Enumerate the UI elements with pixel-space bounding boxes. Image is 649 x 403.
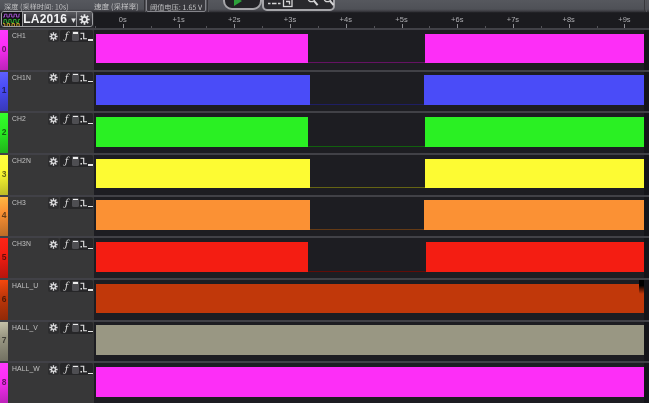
channel-measure-group[interactable]: [60, 238, 93, 250]
waveform-lane[interactable]: [94, 153, 649, 195]
channel-row-ch3n: 5CH3N: [0, 236, 649, 278]
channel-settings-button[interactable]: [48, 155, 59, 167]
waveform-lane[interactable]: [94, 361, 649, 403]
frequency-icon[interactable]: [63, 30, 70, 42]
gear-icon: [49, 73, 58, 82]
edge-count-icon[interactable]: [80, 156, 87, 166]
channel-settings-button[interactable]: [48, 363, 59, 375]
channel-measure-group[interactable]: [60, 363, 93, 375]
channel-label-panel[interactable]: CH3: [8, 195, 94, 237]
channel-label-panel[interactable]: CH1: [8, 28, 94, 70]
channel-settings-button[interactable]: [48, 280, 59, 292]
channel-settings-button[interactable]: [48, 72, 59, 84]
gear-icon: [49, 365, 58, 374]
channel-index-stripe[interactable]: 2: [0, 111, 8, 153]
device-model-dropdown[interactable]: LA2016 ▾: [22, 12, 76, 26]
waveform-high-segment: [96, 284, 644, 313]
waveform-lane[interactable]: [94, 195, 649, 237]
edge-count-icon-part: [80, 371, 81, 372]
low-level-icon[interactable]: [88, 206, 93, 207]
channel-index-stripe[interactable]: 4: [0, 195, 8, 237]
channel-index: 1: [2, 85, 7, 95]
frequency-icon[interactable]: [63, 280, 70, 292]
waveform-lane[interactable]: [94, 320, 649, 362]
duty-cycle-icon[interactable]: [72, 156, 79, 166]
device-settings-button[interactable]: [76, 12, 92, 26]
channel-measure-group[interactable]: [60, 113, 93, 125]
channel-label-panel[interactable]: CH3N: [8, 236, 94, 278]
channel-label-panel[interactable]: HALL_V: [8, 320, 94, 362]
frequency-icon[interactable]: [63, 72, 70, 84]
channel-measure-group[interactable]: [60, 30, 93, 42]
edge-count-icon[interactable]: [80, 239, 87, 249]
start-capture-button[interactable]: [223, 0, 262, 10]
duty-cycle-icon[interactable]: [72, 73, 79, 83]
channel-settings-button[interactable]: [48, 238, 59, 250]
channel-label-panel[interactable]: HALL_W: [8, 361, 94, 403]
edge-count-icon[interactable]: [80, 281, 87, 291]
channel-measure-group[interactable]: [60, 322, 93, 334]
channel-label-panel[interactable]: CH2: [8, 111, 94, 153]
duty-cycle-icon[interactable]: [72, 115, 79, 125]
channel-index-stripe[interactable]: 5: [0, 236, 8, 278]
channel-label-panel[interactable]: HALL_U: [8, 278, 94, 320]
duty-cycle-icon[interactable]: [72, 281, 79, 291]
channel-index-stripe[interactable]: 0: [0, 28, 8, 70]
timeline-ruler[interactable]: 0s+1s+2s+3s+4s+5s+6s+7s+8s+9s: [94, 13, 649, 28]
edge-count-icon[interactable]: [80, 198, 87, 208]
waveform-lane[interactable]: [94, 278, 649, 320]
frequency-icon[interactable]: [63, 363, 70, 375]
channel-index-stripe[interactable]: 1: [0, 70, 8, 112]
channel-measure-group[interactable]: [60, 197, 93, 209]
duty-cycle-icon[interactable]: [72, 198, 79, 208]
channel-measure-group[interactable]: [60, 72, 93, 84]
duty-cycle-icon[interactable]: [72, 323, 79, 333]
gear-icon: [49, 157, 58, 166]
low-level-icon[interactable]: [88, 248, 93, 249]
gear-icon-part: [49, 74, 57, 82]
channel-label-panel[interactable]: CH2N: [8, 153, 94, 195]
low-level-icon[interactable]: [88, 164, 93, 165]
channel-settings-button[interactable]: [48, 322, 59, 334]
edge-count-icon[interactable]: [80, 364, 87, 374]
channel-settings-button[interactable]: [48, 197, 59, 209]
channel-measure-group[interactable]: [60, 280, 93, 292]
frequency-icon[interactable]: [63, 238, 70, 250]
duty-cycle-icon[interactable]: [72, 240, 79, 250]
low-level-icon[interactable]: [88, 289, 93, 290]
edge-count-icon[interactable]: [80, 114, 87, 124]
channel-settings-button[interactable]: [48, 113, 59, 125]
threshold-voltage-button[interactable]: 阈值电压: 1.65 V: [146, 0, 206, 12]
zoom-toolbar-group[interactable]: [262, 0, 335, 11]
low-level-icon[interactable]: [88, 123, 93, 124]
logo-wave-purple: [3, 14, 20, 17]
channel-label-panel[interactable]: CH1N: [8, 70, 94, 112]
edge-count-icon-part: [80, 205, 81, 206]
app-logo[interactable]: [2, 12, 22, 26]
low-level-icon[interactable]: [88, 81, 93, 82]
channel-index-stripe[interactable]: 3: [0, 153, 8, 195]
row-divider: [0, 28, 649, 30]
edge-count-icon[interactable]: [80, 31, 87, 41]
channel-index-stripe[interactable]: 8: [0, 361, 8, 403]
waveform-lane[interactable]: [94, 28, 649, 70]
low-level-icon[interactable]: [88, 331, 93, 332]
edge-count-icon[interactable]: [80, 323, 87, 333]
waveform-lane[interactable]: [94, 111, 649, 153]
channel-settings-button[interactable]: [48, 30, 59, 42]
frequency-icon[interactable]: [63, 155, 70, 167]
waveform-lane[interactable]: [94, 236, 649, 278]
waveform-high-segment: [425, 159, 644, 188]
low-level-icon[interactable]: [88, 373, 93, 374]
edge-count-icon[interactable]: [80, 73, 87, 83]
frequency-icon[interactable]: [63, 197, 70, 209]
frequency-icon[interactable]: [63, 322, 70, 334]
frequency-icon[interactable]: [63, 113, 70, 125]
channel-index-stripe[interactable]: 7: [0, 320, 8, 362]
channel-index-stripe[interactable]: 6: [0, 278, 8, 320]
duty-cycle-icon[interactable]: [72, 31, 79, 41]
channel-measure-group[interactable]: [60, 155, 93, 167]
low-level-icon[interactable]: [88, 39, 93, 40]
duty-cycle-icon[interactable]: [72, 365, 79, 375]
waveform-lane[interactable]: [94, 70, 649, 112]
